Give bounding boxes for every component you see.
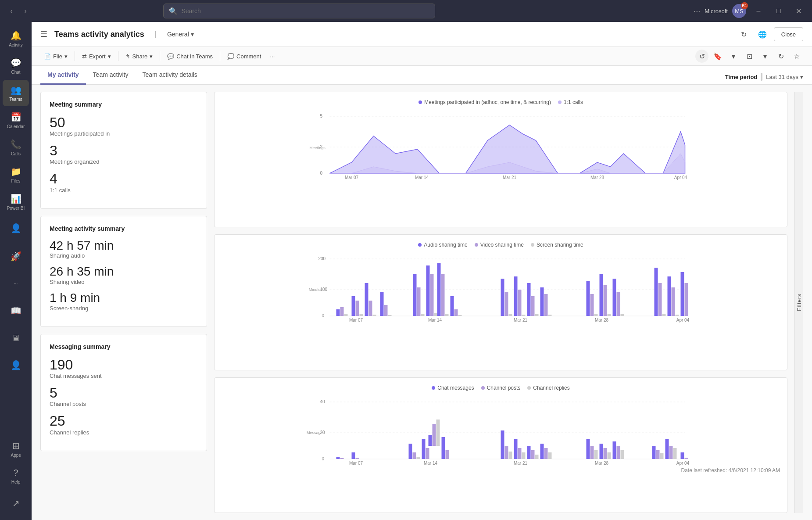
close-page-button[interactable]: Close	[774, 27, 803, 41]
svg-text:Mar 21: Mar 21	[514, 461, 528, 466]
sidebar-item-calls[interactable]: 📞 Calls	[3, 134, 29, 161]
svg-rect-114	[594, 450, 598, 459]
sidebar-item-device[interactable]: 🖥	[3, 325, 29, 351]
content-area: ☰ Teams activity analytics | General ▾ ↻…	[32, 22, 812, 520]
chat-in-teams-label: Chat in Teams	[176, 53, 213, 60]
svg-text:Messages: Messages	[307, 430, 325, 435]
toolbar-divider-3	[160, 51, 160, 61]
svg-rect-108	[535, 455, 539, 459]
window-close-button[interactable]: ✕	[791, 3, 807, 19]
sidebar-item-book[interactable]: 📖	[3, 298, 29, 324]
meeting-chart-card: Meetings participated in (adhoc, one tim…	[214, 92, 787, 227]
share-icon: ↰	[125, 53, 130, 60]
svg-rect-39	[437, 263, 441, 316]
sidebar-item-files[interactable]: 📁 Files	[3, 161, 29, 188]
content-header: ☰ Teams activity analytics | General ▾ ↻…	[32, 22, 812, 47]
svg-text:Mar 28: Mar 28	[590, 175, 605, 180]
svg-rect-111	[548, 452, 552, 459]
svg-rect-54	[540, 287, 544, 316]
svg-rect-53	[535, 314, 539, 316]
general-dropdown-button[interactable]: General ▾	[167, 31, 194, 38]
back-button[interactable]: ‹	[5, 5, 18, 17]
sidebar-item-calendar[interactable]: 📅 Calendar	[3, 107, 29, 133]
time-period-select-button[interactable]: Last 31 days ▾	[766, 74, 803, 80]
share-button[interactable]: ↰ Share ▾	[122, 51, 157, 62]
forward-button[interactable]: ›	[19, 5, 32, 17]
chevron-bookmark-button[interactable]: ▾	[727, 50, 740, 63]
undo-button[interactable]: ↺	[695, 50, 708, 63]
svg-rect-35	[421, 314, 425, 316]
svg-text:Mar 07: Mar 07	[349, 461, 363, 466]
chat-in-teams-button[interactable]: 💬 Chat in Teams	[164, 51, 216, 62]
title-divider: |	[155, 30, 157, 38]
svg-text:Mar 14: Mar 14	[428, 318, 442, 323]
sidebar-item-teams[interactable]: 👥 Teams	[3, 80, 29, 106]
channel-posts-label: Channel posts	[50, 401, 198, 407]
more-icon: ···	[14, 281, 18, 286]
svg-rect-99	[446, 450, 449, 459]
sidebar-item-profile[interactable]: 👤	[3, 352, 29, 378]
toolbar-right: ↺ 🔖 ▾ ⊡ ▾ ↻ ☆	[695, 50, 803, 63]
search-bar: 🔍	[163, 4, 435, 18]
reload-button[interactable]: ↻	[774, 50, 787, 63]
chat-messages-number: 190	[50, 357, 198, 373]
svg-rect-68	[662, 314, 666, 316]
tab-team-activity[interactable]: Team activity	[86, 66, 136, 85]
svg-rect-65	[621, 314, 624, 316]
sidebar-item-apps[interactable]: ⊞ Apps	[3, 436, 29, 462]
sidebar-item-powerbi[interactable]: 📊 Power BI	[3, 189, 29, 215]
sidebar-item-external[interactable]: ↗	[3, 490, 29, 516]
general-label: General	[167, 31, 189, 38]
svg-rect-94	[426, 448, 429, 459]
svg-text:0: 0	[320, 171, 323, 176]
minimize-button[interactable]: –	[751, 3, 766, 19]
svg-rect-34	[417, 287, 421, 316]
svg-rect-100	[501, 430, 504, 459]
star-button[interactable]: ☆	[790, 50, 803, 63]
hamburger-button[interactable]: ☰	[40, 29, 47, 39]
activity-label: Activity	[9, 43, 23, 47]
view-button[interactable]: ⊡	[743, 50, 756, 63]
svg-rect-112	[587, 439, 590, 459]
svg-rect-64	[617, 292, 620, 316]
refresh-button[interactable]: ↻	[737, 27, 751, 41]
calendar-label: Calendar	[7, 124, 25, 129]
legend-screen-label: Screen sharing time	[537, 242, 583, 248]
toolbar-divider-1	[75, 51, 75, 61]
view-chevron-button[interactable]: ▾	[758, 50, 772, 63]
filters-sidebar[interactable]: Filters	[794, 92, 803, 513]
sidebar-item-rocket[interactable]: 🚀	[3, 243, 29, 269]
meetings-organized-number: 3	[50, 143, 198, 158]
sidebar-item-people[interactable]: 👤	[3, 216, 29, 242]
export-button[interactable]: ⇄ Export ▾	[79, 51, 114, 62]
svg-rect-29	[373, 315, 376, 316]
svg-text:Apr 04: Apr 04	[676, 318, 690, 323]
search-input[interactable]	[181, 7, 429, 14]
sidebar-item-more[interactable]: ···	[3, 270, 29, 297]
file-button[interactable]: 📄 File ▾	[40, 51, 71, 62]
legend-channel-posts: Channel posts	[481, 385, 521, 391]
more-toolbar-button[interactable]: ···	[266, 51, 278, 62]
sidebar-item-activity[interactable]: 🔔 Activity	[3, 25, 29, 52]
svg-rect-97	[436, 420, 440, 446]
tab-my-activity[interactable]: My activity	[40, 66, 86, 85]
comment-button[interactable]: 💭 Comment	[224, 51, 265, 62]
globe-button[interactable]: 🌐	[755, 27, 769, 41]
svg-rect-115	[600, 444, 603, 459]
right-panel: Meetings participated in (adhoc, one tim…	[214, 92, 787, 513]
maximize-button[interactable]: □	[771, 3, 787, 19]
svg-rect-61	[604, 285, 607, 316]
channel-replies-label: Channel replies	[50, 429, 198, 436]
tab-team-activity-details[interactable]: Team activity details	[136, 66, 204, 85]
meeting-summary-card: Meeting summary 50 Meetings participated…	[40, 92, 207, 209]
more-options-button[interactable]: ···	[694, 7, 700, 16]
time-period-bar	[761, 73, 762, 81]
sidebar-item-chat[interactable]: 💬 Chat	[3, 53, 29, 79]
calls-label: Calls	[11, 151, 21, 156]
svg-rect-43	[454, 309, 458, 316]
meetings-participated-label: Meetings participated in	[50, 130, 198, 137]
sidebar-item-help[interactable]: ? Help	[3, 463, 29, 489]
svg-rect-41	[445, 314, 449, 316]
bookmark-button[interactable]: 🔖	[711, 50, 724, 63]
svg-rect-40	[441, 274, 445, 316]
